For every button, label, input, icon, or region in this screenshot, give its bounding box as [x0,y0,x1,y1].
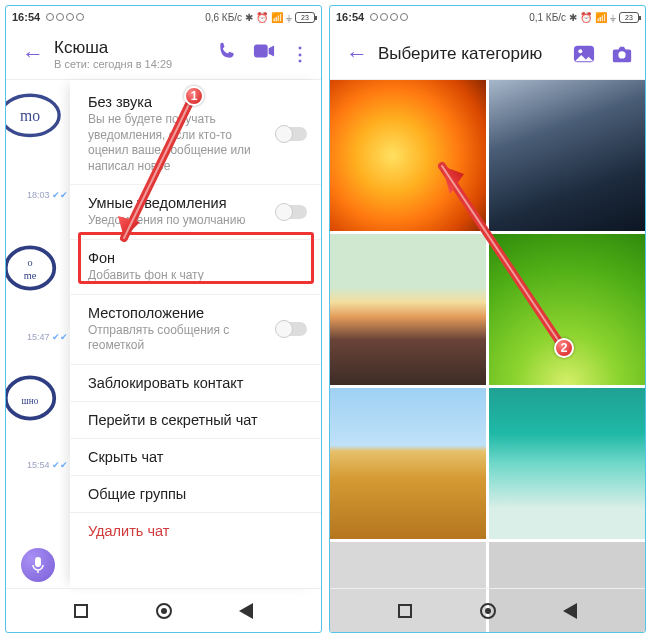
sticker: шно [5,370,64,426]
svg-point-12 [618,51,625,58]
nav-home-icon[interactable] [480,603,496,619]
battery-icon: 23 [619,12,639,23]
bg-tile-leaf[interactable] [489,234,645,385]
bluetooth-icon: ✱ [245,12,253,23]
status-time: 16:54 [12,11,40,23]
more-icon[interactable]: ⋮ [283,43,317,65]
svg-point-11 [578,49,582,53]
phone-right: 16:54 0,1 КБ/с ✱ ⏰ 📶 ⏚ 23 ← Выберите кат… [329,5,646,633]
status-time: 16:54 [336,11,364,23]
mic-button[interactable] [21,548,55,582]
badge-2: 2 [554,338,574,358]
msg-time: 18:03 ✔✔ [8,190,68,200]
bg-tile-sunset[interactable] [330,234,486,385]
msg-time: 15:47 ✔✔ [8,332,68,342]
back-icon[interactable]: ← [16,35,50,73]
sticker: mo [5,84,64,140]
android-navbar [330,588,645,632]
wifi-icon: ⏚ [286,12,292,23]
row-secret[interactable]: Перейти в секретный чат [70,401,321,438]
chat-strip: mo 18:03 ✔✔ ome 15:47 ✔✔ шно 15:54 ✔✔ [6,80,70,588]
back-icon[interactable]: ← [340,35,374,73]
chat-subtitle: В сети: сегодня в 14:29 [54,58,209,70]
toggle-smart[interactable] [277,205,307,219]
status-data-rate: 0,1 КБ/с [529,12,566,23]
status-dots [370,13,408,21]
row-smart-notif[interactable]: Умные уведомления Уведомления по умолчан… [70,184,321,239]
mic-row [6,542,70,588]
nav-home-icon[interactable] [156,603,172,619]
sticker: ome [5,240,64,296]
bg-tile-dune[interactable] [330,388,486,539]
page-title: Выберите категорию [378,44,565,64]
svg-text:шно: шно [22,396,39,406]
category-header: ← Выберите категорию [330,28,645,80]
status-dots [46,13,84,21]
svg-text:me: me [24,270,37,281]
gallery-icon[interactable] [565,44,603,64]
row-background[interactable]: Фон Добавить фон к чату [70,239,321,294]
signal-icon: 📶 [595,12,607,23]
toggle-location[interactable] [277,322,307,336]
battery-icon: 23 [295,12,315,23]
nav-recent-icon[interactable] [74,604,88,618]
background-gallery [330,80,645,588]
msg-time: 15:54 ✔✔ [8,460,68,470]
svg-text:mo: mo [20,107,40,124]
video-call-icon[interactable] [245,42,283,65]
nav-back-icon[interactable] [239,603,253,619]
alarm-icon: ⏰ [256,12,268,23]
row-block[interactable]: Заблокировать контакт [70,364,321,401]
row-hide[interactable]: Скрыть чат [70,438,321,475]
voice-call-icon[interactable] [209,41,245,66]
status-bar: 16:54 0,6 КБ/с ✱ ⏰ 📶 ⏚ 23 [6,6,321,28]
chat-header: ← Ксюша В сети: сегодня в 14:29 ⋮ [6,28,321,80]
nav-recent-icon[interactable] [398,604,412,618]
toggle-mute[interactable] [277,127,307,141]
chat-settings-sheet: Без звука Вы не будете получать уведомле… [70,80,321,588]
camera-icon[interactable] [603,44,641,64]
row-delete[interactable]: Удалить чат [70,512,321,549]
row-groups[interactable]: Общие группы [70,475,321,512]
chat-title: Ксюша [54,38,209,58]
status-data-rate: 0,6 КБ/с [205,12,242,23]
bg-tile-storm[interactable] [489,80,645,231]
svg-text:o: o [27,257,32,268]
svg-rect-8 [35,557,41,567]
status-bar: 16:54 0,1 КБ/с ✱ ⏰ 📶 ⏚ 23 [330,6,645,28]
nav-back-icon[interactable] [563,603,577,619]
android-navbar [6,588,321,632]
bg-tile-fire[interactable] [330,80,486,231]
svg-rect-0 [254,45,268,58]
phone-left: 16:54 0,6 КБ/с ✱ ⏰ 📶 ⏚ 23 ← Ксюша В сети… [5,5,322,633]
status-right: 0,6 КБ/с ✱ ⏰ 📶 ⏚ 23 [205,12,315,23]
bg-tile-sea[interactable] [489,388,645,539]
alarm-icon: ⏰ [580,12,592,23]
signal-icon: 📶 [271,12,283,23]
status-right: 0,1 КБ/с ✱ ⏰ 📶 ⏚ 23 [529,12,639,23]
wifi-icon: ⏚ [610,12,616,23]
row-location[interactable]: Местоположение Отправлять сообщения с ге… [70,294,321,364]
bluetooth-icon: ✱ [569,12,577,23]
badge-1: 1 [184,86,204,106]
